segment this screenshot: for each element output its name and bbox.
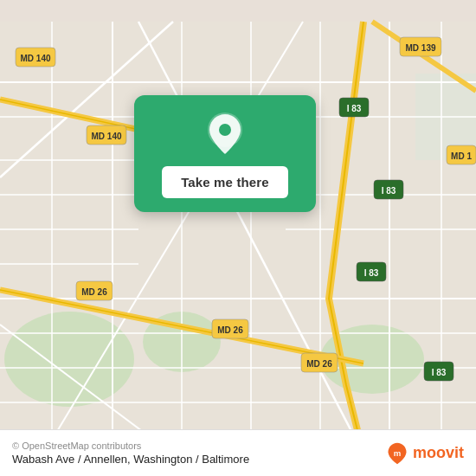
location-pin-icon xyxy=(204,111,246,156)
svg-text:I 83: I 83 xyxy=(432,368,447,377)
moovit-logo: m moovit xyxy=(385,441,464,466)
svg-text:I 83: I 83 xyxy=(382,186,396,196)
svg-text:I 83: I 83 xyxy=(364,268,379,278)
svg-point-56 xyxy=(219,124,231,136)
location-icon-wrap xyxy=(203,111,248,156)
map-background: MD 140 MD 140 MD 26 MD 26 MD 26 MD 139 I… xyxy=(0,0,476,476)
take-me-there-button[interactable]: Take me there xyxy=(162,166,288,198)
svg-text:MD 139: MD 139 xyxy=(405,43,435,53)
svg-point-1 xyxy=(4,312,134,407)
bottom-bar: © OpenStreetMap contributors Wabash Ave … xyxy=(0,429,476,476)
svg-text:MD 140: MD 140 xyxy=(20,54,50,63)
location-card: Take me there xyxy=(134,95,316,212)
location-info-text: Wabash Ave / Annellen, Washington / Balt… xyxy=(12,453,385,466)
copyright-text: © OpenStreetMap contributors xyxy=(12,441,385,451)
svg-text:MD 26: MD 26 xyxy=(306,359,332,369)
svg-text:MD 26: MD 26 xyxy=(217,325,243,335)
svg-text:MD 1: MD 1 xyxy=(451,151,472,161)
map-container: MD 140 MD 140 MD 26 MD 26 MD 26 MD 139 I… xyxy=(0,0,476,476)
moovit-icon: m xyxy=(385,441,409,466)
moovit-brand-text: moovit xyxy=(413,444,464,462)
svg-text:I 83: I 83 xyxy=(347,104,362,113)
svg-text:m: m xyxy=(394,447,402,457)
svg-text:MD 140: MD 140 xyxy=(91,132,121,141)
svg-text:MD 26: MD 26 xyxy=(81,287,107,297)
